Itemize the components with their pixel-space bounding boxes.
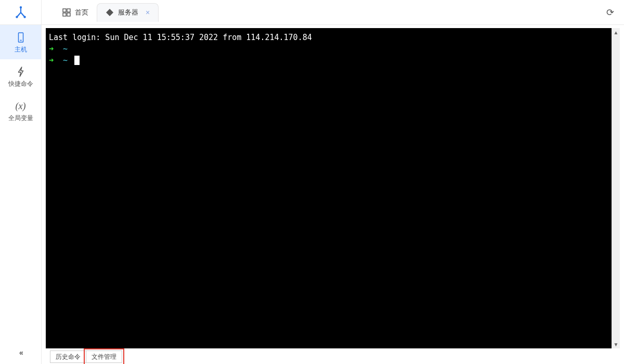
sidebar-item-global-vars[interactable]: (x) 全局变量: [0, 94, 41, 128]
tab-label: 服务器: [118, 8, 138, 17]
close-icon[interactable]: ×: [146, 9, 150, 16]
content-area: Last login: Sun Dec 11 15:55:37 2022 fro…: [42, 25, 624, 364]
svg-point-2: [24, 16, 25, 17]
bottom-tab-history[interactable]: 历史命令: [50, 350, 86, 363]
bottom-tab-file-manager[interactable]: 文件管理: [86, 350, 122, 363]
logo-area: [0, 0, 41, 25]
prompt-arrow-icon: ➜: [49, 56, 54, 65]
refresh-icon: ⟳: [606, 7, 614, 18]
host-icon: [16, 32, 26, 43]
svg-point-1: [16, 16, 17, 17]
app-root: 主机 快捷命令 (x) 全局变量 «: [0, 0, 624, 364]
scroll-down-icon[interactable]: ▼: [612, 340, 620, 348]
refresh-button[interactable]: ⟳: [602, 5, 618, 20]
prompt-path: ~: [63, 44, 68, 54]
collapse-icon: «: [19, 348, 22, 357]
terminal-scrollbar[interactable]: ▲ ▼: [612, 28, 620, 348]
scroll-up-icon[interactable]: ▲: [612, 28, 620, 36]
tab-label: 首页: [75, 8, 88, 17]
tab-home[interactable]: 首页: [54, 3, 97, 22]
svg-rect-3: [18, 33, 23, 42]
variable-icon: (x): [16, 101, 26, 111]
prompt-arrow-icon: ➜: [49, 44, 54, 54]
app-logo-icon: [14, 6, 28, 19]
dashboard-icon: [62, 8, 71, 17]
server-icon: [106, 8, 114, 17]
bottom-tab-bar: 历史命令 文件管理: [46, 348, 620, 364]
terminal[interactable]: Last login: Sun Dec 11 15:55:37 2022 fro…: [46, 28, 612, 348]
svg-rect-5: [63, 9, 66, 12]
prompt-path: ~: [63, 56, 68, 65]
sidebar-item-quick-commands[interactable]: 快捷命令: [0, 59, 41, 94]
tab-bar: 首页 服务器 × ⟳: [42, 0, 624, 25]
svg-rect-8: [67, 13, 70, 16]
bottom-tab-label: 文件管理: [92, 353, 116, 361]
svg-rect-7: [63, 13, 66, 16]
terminal-login-line: Last login: Sun Dec 11 15:55:37 2022 fro…: [49, 33, 312, 42]
sidebar: 主机 快捷命令 (x) 全局变量 «: [0, 0, 42, 364]
terminal-wrapper: Last login: Sun Dec 11 15:55:37 2022 fro…: [46, 28, 620, 348]
sidebar-collapse-button[interactable]: «: [0, 348, 41, 357]
bottom-tab-label: 历史命令: [56, 353, 81, 361]
terminal-cursor: [74, 56, 80, 65]
sidebar-item-label: 快捷命令: [8, 80, 33, 88]
lightning-icon: [16, 67, 26, 77]
sidebar-item-host[interactable]: 主机: [0, 25, 41, 59]
svg-point-0: [20, 7, 21, 8]
tab-server[interactable]: 服务器 ×: [97, 3, 159, 22]
main-column: 首页 服务器 × ⟳ Last login: Sun Dec 11 15:55:…: [42, 0, 624, 364]
sidebar-item-label: 全局变量: [8, 114, 33, 123]
svg-rect-6: [67, 9, 70, 12]
sidebar-item-label: 主机: [15, 45, 27, 54]
